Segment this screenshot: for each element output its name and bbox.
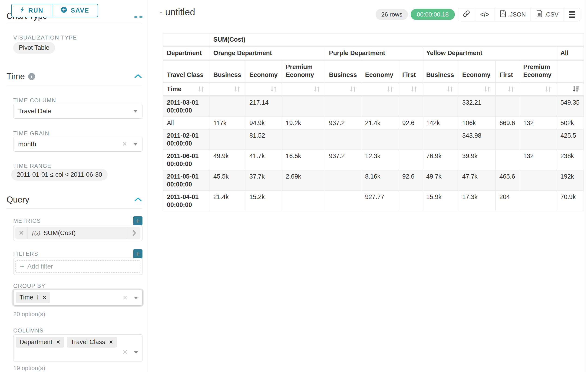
time-column-select[interactable]: Travel Date	[13, 104, 142, 118]
share-link-button[interactable]	[458, 8, 475, 21]
viz-type-label: VISUALIZATION TYPE	[13, 34, 77, 41]
query-section-header[interactable]: Query	[7, 195, 142, 205]
sortable-column-header[interactable]	[519, 83, 556, 96]
sort-neutral-icon[interactable]	[313, 85, 321, 93]
sort-neutral-icon[interactable]	[197, 85, 205, 93]
sort-neutral-icon[interactable]	[544, 85, 552, 93]
travel-class-header: Premium Economy	[282, 61, 325, 83]
sortable-column-header[interactable]	[398, 83, 422, 96]
clear-icon[interactable]: ✕	[123, 295, 128, 301]
row-header-cell: 2011-05-01 00:00:00	[163, 170, 210, 191]
department-group-header: Purple Department	[325, 47, 422, 61]
row-header-cell: 2011-04-01 00:00:00	[163, 191, 210, 211]
add-filter-dropzone[interactable]: + Add filter	[15, 260, 140, 273]
value-cell	[282, 96, 325, 117]
selected-option-tag[interactable]: Timei✕	[16, 292, 50, 303]
sort-neutral-icon[interactable]	[483, 85, 491, 93]
sortable-column-header[interactable]: Time	[163, 83, 210, 96]
sort-neutral-icon[interactable]	[386, 85, 394, 93]
sort-neutral-icon[interactable]	[233, 85, 241, 93]
table-row: 2011-02-01 00:00:0081.52343.98425.5	[163, 129, 584, 150]
value-cell	[398, 129, 422, 150]
sortable-column-header[interactable]	[361, 83, 398, 96]
info-icon[interactable]: i	[37, 294, 39, 301]
sort-neutral-icon[interactable]	[349, 85, 357, 93]
remove-tag-icon[interactable]: ✕	[56, 339, 60, 345]
sortable-column-header[interactable]	[210, 83, 245, 96]
remove-tag-icon[interactable]: ✕	[42, 295, 46, 301]
value-cell	[422, 96, 458, 117]
add-filter-button[interactable]: +	[133, 249, 142, 258]
sortable-column-header[interactable]	[495, 83, 519, 96]
department-group-header: Orange Department	[210, 47, 325, 61]
value-cell: 37.7k	[245, 170, 282, 191]
pivot-table-container: SUM(Cost)DepartmentOrange DepartmentPurp…	[163, 33, 584, 211]
time-range-pill[interactable]: 2011-01-01 ≤ col < 2011-06-30	[11, 169, 108, 181]
travel-class-header: Economy	[458, 61, 495, 83]
value-cell	[325, 170, 361, 191]
chevron-right-icon[interactable]	[128, 227, 140, 239]
chevron-down-icon[interactable]	[134, 351, 138, 354]
value-cell: 465.6	[495, 170, 519, 191]
value-cell: 21.4k	[210, 191, 245, 211]
travel-class-header: Economy	[245, 61, 282, 83]
viz-type-pill[interactable]: Pivot Table	[13, 42, 55, 54]
sort-neutral-icon[interactable]	[446, 85, 454, 93]
value-cell: 76.9k	[422, 150, 458, 170]
value-cell	[519, 129, 556, 150]
chevron-down-icon[interactable]	[134, 297, 138, 299]
value-cell: 21.4k	[361, 117, 398, 129]
metrics-label: METRICS	[13, 218, 41, 224]
metric-name: SUM(Cost)	[43, 229, 75, 237]
value-cell	[361, 129, 398, 150]
chevron-up-icon[interactable]	[134, 197, 142, 202]
export-csv-button[interactable]: .CSV	[531, 8, 564, 21]
chevron-fragment-icon	[134, 16, 137, 18]
value-cell: 937.2	[325, 150, 361, 170]
save-button[interactable]: SAVE	[52, 4, 98, 17]
export-json-button[interactable]: .JSON	[495, 8, 531, 21]
view-query-button[interactable]: </>	[475, 8, 495, 21]
value-cell: 92.6	[398, 117, 422, 129]
value-cell: 41.7k	[245, 150, 282, 170]
json-file-icon	[500, 10, 506, 19]
table-row: 2011-03-01 00:00:00217.14332.21549.35	[163, 96, 584, 117]
sortable-column-header[interactable]	[422, 83, 458, 96]
value-cell: 15.2k	[245, 191, 282, 211]
selected-option-tag[interactable]: Department✕	[16, 337, 64, 348]
remove-tag-icon[interactable]: ✕	[109, 339, 113, 345]
sortable-column-header[interactable]	[458, 83, 495, 96]
table-row: 2011-05-01 00:00:0045.5k37.7k2.69k8.16k9…	[163, 170, 584, 191]
value-cell	[325, 96, 361, 117]
add-metric-button[interactable]: +	[133, 216, 142, 225]
columns-select[interactable]: Department✕Travel Class✕ ✕	[13, 334, 142, 362]
sort-neutral-icon[interactable]	[269, 85, 278, 93]
sort-desc-icon[interactable]	[571, 85, 580, 93]
run-button[interactable]: RUN	[11, 4, 52, 17]
sort-neutral-icon[interactable]	[507, 85, 515, 93]
sortable-column-header[interactable]	[245, 83, 282, 96]
value-cell: 12.3k	[361, 150, 398, 170]
bolt-icon	[20, 6, 25, 15]
clear-icon[interactable]: ✕	[122, 141, 127, 147]
metric-item[interactable]: ✕ ƒ(x) SUM(Cost)	[15, 227, 140, 239]
clear-icon[interactable]: ✕	[123, 349, 128, 355]
sortable-column-header[interactable]	[282, 83, 325, 96]
remove-metric-icon[interactable]: ✕	[15, 227, 28, 239]
time-section-header[interactable]: Time i	[7, 72, 142, 81]
info-icon[interactable]: i	[28, 73, 35, 80]
time-grain-select[interactable]: month ✕	[13, 137, 142, 152]
selected-option-tag[interactable]: Travel Class✕	[67, 337, 117, 348]
sortable-column-header[interactable]	[325, 83, 361, 96]
menu-button[interactable]	[564, 8, 580, 21]
value-cell: 15.9k	[422, 191, 458, 211]
sortable-column-header[interactable]	[556, 83, 584, 96]
chevron-up-icon[interactable]	[134, 74, 142, 79]
group-by-select[interactable]: Timei✕ ✕	[13, 290, 142, 306]
value-cell: 39.9k	[458, 150, 495, 170]
time-column-label: TIME COLUMN	[13, 97, 56, 104]
sort-neutral-icon[interactable]	[410, 85, 418, 93]
value-cell: 106k	[458, 117, 495, 129]
column-axis-label-cell: Department	[163, 47, 210, 61]
value-cell	[495, 129, 519, 150]
